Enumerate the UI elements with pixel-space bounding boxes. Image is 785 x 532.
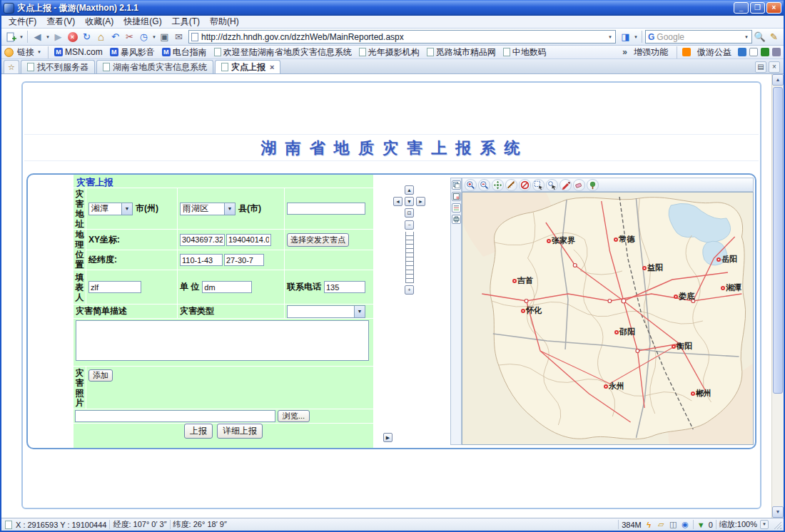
tab-disaster-report[interactable]: 灾点上报 ×	[215, 60, 280, 73]
scrollbar-thumb[interactable]	[773, 87, 783, 394]
back-caret-icon[interactable]: ▼	[45, 35, 51, 39]
links-menu[interactable]: 链接▼	[14, 46, 46, 58]
smart-fill-icon[interactable]: ◨	[619, 30, 632, 44]
snap-icon[interactable]: ✂	[123, 30, 136, 44]
proxy-icon[interactable]: ◫	[669, 520, 678, 529]
charity-link[interactable]: 傲游公益	[694, 46, 735, 58]
y-coordinate-input[interactable]	[226, 234, 271, 246]
map-zoom-out-icon[interactable]	[478, 179, 490, 191]
add-photo-button[interactable]: 添加	[88, 369, 113, 382]
menu-tools[interactable]: 工具(T)	[167, 15, 205, 29]
ad-block-shield-icon[interactable]: ▼	[697, 520, 706, 529]
scroll-down-icon[interactable]: ▼	[772, 506, 784, 518]
full-view-icon[interactable]: ⊡	[405, 208, 414, 218]
browse-button[interactable]: 浏览...	[278, 410, 310, 422]
enhance-menu[interactable]: 增强功能	[630, 46, 672, 58]
download-icon[interactable]	[761, 48, 769, 56]
plugin-icon[interactable]	[772, 48, 781, 56]
history-caret-icon[interactable]: ▼	[151, 35, 157, 39]
zoom-level[interactable]: 缩放:100%	[719, 519, 757, 530]
photo-file-input[interactable]	[75, 410, 275, 422]
legend-icon[interactable]	[452, 203, 461, 213]
capture-icon[interactable]: ▣	[158, 30, 171, 44]
pan-right-icon[interactable]: ►	[416, 197, 425, 206]
menu-favorites[interactable]: 收藏(A)	[80, 15, 118, 29]
link-msn[interactable]: MMSN.com	[51, 47, 106, 57]
smart-fill-caret-icon[interactable]: ▼	[633, 35, 639, 39]
menu-view[interactable]: 查看(V)	[41, 15, 80, 29]
latitude-input[interactable]	[224, 254, 264, 266]
filler-name-input[interactable]	[88, 281, 141, 293]
map-erase-icon[interactable]	[573, 179, 585, 191]
layers-icon[interactable]	[452, 180, 461, 190]
overview-map-icon[interactable]	[452, 192, 461, 201]
collapse-panel-icon[interactable]: ▶	[383, 433, 392, 442]
address-input[interactable]	[201, 32, 607, 42]
map-pan-icon[interactable]	[492, 179, 504, 191]
pan-up-icon[interactable]: ▲	[405, 185, 414, 195]
search-engine-caret-icon[interactable]: ▼	[744, 35, 749, 39]
print-map-icon[interactable]	[452, 215, 461, 224]
map-draw-redline-icon[interactable]	[559, 179, 572, 191]
forward-icon[interactable]: ▶	[51, 30, 65, 44]
tab-close-icon[interactable]: ×	[270, 63, 274, 71]
link-photo[interactable]: 光年摄影机构	[355, 46, 423, 58]
stop-icon[interactable]: ×	[66, 30, 79, 44]
map-clear-selection-icon[interactable]	[519, 179, 531, 191]
link-hunan-geo[interactable]: 欢迎登陆湖南省地质灾害信息系统	[211, 46, 355, 58]
boost-icon[interactable]: ϟ	[644, 520, 654, 529]
highlight-icon[interactable]: ✎	[767, 30, 781, 44]
disaster-type-select[interactable]: ▼	[287, 305, 365, 318]
pan-left-icon[interactable]: ◄	[393, 197, 402, 206]
minimize-button[interactable]: _	[734, 2, 749, 14]
mail-icon[interactable]: ✉	[172, 30, 186, 44]
unit-input[interactable]	[202, 281, 252, 293]
resize-grip[interactable]	[773, 521, 781, 529]
zoom-menu-icon[interactable]: ▼	[760, 520, 769, 529]
history-icon[interactable]: ◷	[137, 30, 151, 44]
search-box[interactable]: G ▼	[645, 30, 752, 44]
new-tab-icon[interactable]	[4, 30, 18, 44]
map-canvas[interactable]: 张家界 常德 岳阳 益阳 吉首 娄底 湘潭 怀化 邵阳 衡阳 永州 郴州	[462, 192, 754, 445]
pick-disaster-point-button[interactable]: 选择突发灾害点	[287, 233, 349, 247]
scroll-up-icon[interactable]: ▲	[772, 74, 784, 86]
link-city[interactable]: 觅路城市精品网	[423, 46, 500, 58]
map-zoom-in-icon[interactable]	[465, 179, 477, 191]
home-icon[interactable]: ⌂	[94, 30, 108, 44]
phone-input[interactable]	[324, 281, 365, 293]
links-overflow-icon[interactable]: »	[622, 47, 627, 57]
refresh-icon[interactable]: ↻	[80, 30, 93, 44]
tab-geo-info-system[interactable]: 湖南省地质灾害信息系统	[96, 60, 213, 73]
link-zhongdi[interactable]: 中地数码	[500, 46, 550, 58]
map-select-rect-icon[interactable]	[532, 179, 545, 191]
menu-groups[interactable]: 快捷组(G)	[118, 15, 166, 29]
back-icon[interactable]: ◀	[31, 30, 44, 44]
vertical-scrollbar[interactable]: ▲ ▼	[771, 74, 784, 518]
city-select[interactable]: 湘潭▼	[88, 203, 133, 215]
longitude-input[interactable]	[180, 254, 223, 266]
pan-down-icon[interactable]: ▼	[405, 197, 414, 206]
address-dropdown-icon[interactable]: ▼	[607, 35, 613, 39]
map-measure-distance-icon[interactable]	[505, 179, 517, 191]
tab-bar-close-icon[interactable]: ×	[769, 61, 780, 73]
address-bar[interactable]: ▼	[188, 30, 616, 44]
undo-icon[interactable]: ↶	[108, 30, 122, 44]
zoom-out-slider-icon[interactable]: −	[405, 220, 414, 230]
detail-submit-button[interactable]: 详细上报	[217, 424, 263, 439]
folder-icon[interactable]: ▱	[657, 520, 666, 529]
search-input[interactable]	[657, 32, 744, 42]
favorites-star-icon[interactable]: ☆	[4, 60, 19, 73]
panel-icon[interactable]	[738, 48, 746, 56]
zoom-slider[interactable]	[405, 232, 414, 283]
eye-icon[interactable]: ◉	[681, 520, 690, 529]
link-baofeng[interactable]: M暴风影音	[106, 46, 158, 58]
tab-server-not-found[interactable]: 找不到服务器	[21, 60, 95, 73]
smiley-icon[interactable]	[4, 48, 14, 57]
map-full-extent-icon[interactable]	[587, 179, 599, 191]
zoom-in-slider-icon[interactable]: +	[405, 285, 414, 295]
search-go-icon[interactable]: 🔍	[753, 30, 766, 44]
map-select-point-icon[interactable]	[546, 179, 558, 191]
x-coordinate-input[interactable]	[180, 234, 225, 246]
description-textarea[interactable]	[76, 320, 369, 361]
skin-icon[interactable]	[749, 48, 758, 56]
